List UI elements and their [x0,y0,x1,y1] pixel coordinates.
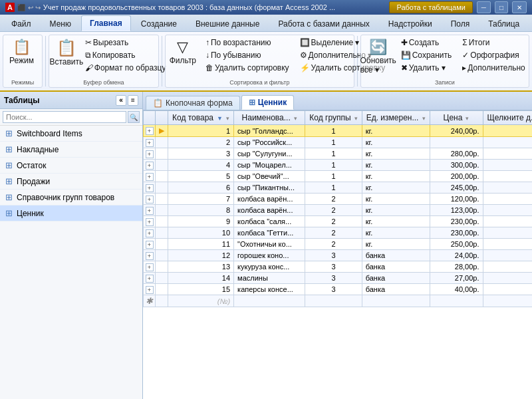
code-cell[interactable]: 3 [168,148,234,160]
col-code-header[interactable]: Код товара ▼ ▾ [168,111,234,125]
new-record-button[interactable]: ✚ Создать [398,37,455,49]
save-record-button[interactable]: 💾 Сохранить [398,49,455,61]
table-row[interactable]: + 8 колбаса варён... 2 кг. 123,00р. [144,205,533,216]
expand-btn[interactable]: + [146,275,154,283]
expand-cell[interactable]: + [144,182,156,194]
sidebar-item-product-groups[interactable]: ⊞ Справочник групп товаров [0,190,142,205]
col-unit-header[interactable]: Ед. измерен... ▾ [362,111,430,125]
code-cell[interactable]: 5 [168,171,234,182]
price-cell[interactable]: 230,00р. [430,227,483,239]
sidebar-item-invoices[interactable]: ⊞ Накладные [0,142,142,158]
code-cell[interactable]: 6 [168,182,234,194]
name-cell[interactable]: "Охотничьи ко... [234,239,305,250]
name-cell[interactable]: маслины [234,273,305,284]
name-cell[interactable]: сыр "Пикантны... [234,182,305,194]
totals-button[interactable]: Σ Итоги [460,37,527,49]
tab-menu[interactable]: Меню [41,16,80,31]
unit-cell[interactable]: банка [362,250,430,261]
expand-btn[interactable]: + [146,218,154,226]
doc-tab-switchboard[interactable]: 📋 Кнопочная форма [146,96,240,110]
expand-cell[interactable]: + [144,239,156,250]
paste-button[interactable]: 📋 Вставить [52,37,81,68]
group-cell[interactable]: 3 [305,250,362,261]
price-cell[interactable]: 300,00р. [430,160,483,171]
price-cell[interactable]: 250,00р. [430,239,483,250]
group-cell[interactable]: 2 [305,216,362,227]
sidebar-collapse-icon[interactable]: « [116,95,126,106]
minimize-button[interactable]: ─ [477,1,491,13]
expand-cell[interactable]: + [144,273,156,284]
unit-cell[interactable]: кг. [362,137,430,148]
name-cell[interactable]: горошек коно... [234,250,305,261]
table-row[interactable]: + ▶ 1 сыр "Голландс... 1 кг. 240,00р. [144,125,533,137]
code-cell[interactable]: 12 [168,250,234,261]
price-cell[interactable]: 24,00р. [430,250,483,261]
unit-cell[interactable]: кг. [362,227,430,239]
table-row[interactable]: + 4 сыр "Моцарел... 1 кг. 300,00р. [144,160,533,171]
title-bar-right[interactable]: Работа с таблицами ─ □ ✕ [389,1,527,13]
group-cell[interactable]: 1 [305,125,362,137]
code-cell[interactable]: 15 [168,284,234,295]
new-group-cell[interactable] [305,295,362,307]
table-row[interactable]: + 6 сыр "Пикантны... 1 кг. 245,00р. [144,182,533,194]
table-row[interactable]: + 3 сыр "Сулугуни... 1 кг. 280,00р. [144,148,533,160]
group-cell[interactable]: 1 [305,148,362,160]
expand-btn[interactable]: + [146,162,154,170]
code-cell[interactable]: 9 [168,216,234,227]
table-row[interactable]: + 13 кукуруза конс... 3 банка 28,00р. [144,261,533,273]
name-cell[interactable]: сыр "Овечий"... [234,171,305,182]
sidebar-item-sales[interactable]: ⊞ Продажи [0,174,142,190]
table-row[interactable]: + 12 горошек коно... 3 банка 24,00р. [144,250,533,261]
table-row[interactable]: + 5 сыр "Овечий"... 1 кг. 200,00р. [144,171,533,182]
expand-btn[interactable]: + [146,150,154,158]
price-cell[interactable] [430,137,483,148]
code-cell[interactable]: 8 [168,205,234,216]
code-cell[interactable]: 2 [168,137,234,148]
name-cell[interactable]: колбаса варён... [234,194,305,205]
price-cell[interactable]: 280,00р. [430,148,483,160]
col-group-header[interactable]: Код группы ▾ [305,111,362,125]
group-cell[interactable]: 2 [305,227,362,239]
expand-cell[interactable]: + [144,171,156,182]
delete-sort-button[interactable]: 🗑 Удалить сортировку [203,62,292,74]
doc-tab-pricelist[interactable]: ⊞ Ценник [241,95,294,110]
unit-cell[interactable]: кг. [362,239,430,250]
sidebar-item-pricelist[interactable]: ⊞ Ценник [0,205,142,221]
format-painter-button[interactable]: 🖌 Формат по образцу [82,62,169,74]
price-cell[interactable]: 245,00р. [430,182,483,194]
expand-btn[interactable]: + [146,286,154,294]
unit-cell[interactable]: банка [362,273,430,284]
group-cell[interactable]: 1 [305,137,362,148]
unit-cell[interactable]: кг. [362,171,430,182]
mode-button[interactable]: 📋 Режим [6,37,37,67]
expand-btn[interactable]: + [146,241,154,249]
price-cell[interactable]: 27,00р. [430,273,483,284]
close-button[interactable]: ✕ [512,1,527,13]
expand-btn[interactable]: + [146,196,154,203]
group-cell[interactable]: 1 [305,160,362,171]
table-row[interactable]: + 2 сыр "Российск... 1 кг. [144,137,533,148]
tab-database[interactable]: Работа с базами данных [269,16,378,31]
expand-btn[interactable]: + [146,252,154,260]
expand-btn[interactable]: + [146,229,154,237]
price-cell[interactable]: 40,00р. [430,284,483,295]
name-cell[interactable]: сыр "Сулугуни... [234,148,305,160]
expand-btn[interactable]: + [146,184,154,192]
sort-asc-button[interactable]: ↑ По возрастанию [203,37,292,49]
new-code-cell[interactable]: (№) [168,295,234,307]
expand-btn[interactable]: + [146,139,154,147]
table-row[interactable]: + 7 колбаса варён... 2 кг. 120,00р. [144,194,533,205]
name-cell[interactable]: колбаса варён... [234,205,305,216]
name-cell[interactable]: кукуруза конс... [234,261,305,273]
unit-cell[interactable]: кг. [362,125,430,137]
unit-cell[interactable]: кг. [362,205,430,216]
tab-external[interactable]: Внешние данные [187,16,269,31]
code-cell[interactable]: 14 [168,273,234,284]
unit-cell[interactable]: банка [362,284,430,295]
table-row[interactable]: + 10 колбаса "Гетти... 2 кг. 230,00р. [144,227,533,239]
spell-button[interactable]: ✓ Орфография [460,49,527,61]
expand-cell[interactable]: + [144,148,156,160]
group-cell[interactable]: 2 [305,205,362,216]
expand-cell[interactable]: + [144,137,156,148]
tab-fields[interactable]: Поля [442,16,479,31]
